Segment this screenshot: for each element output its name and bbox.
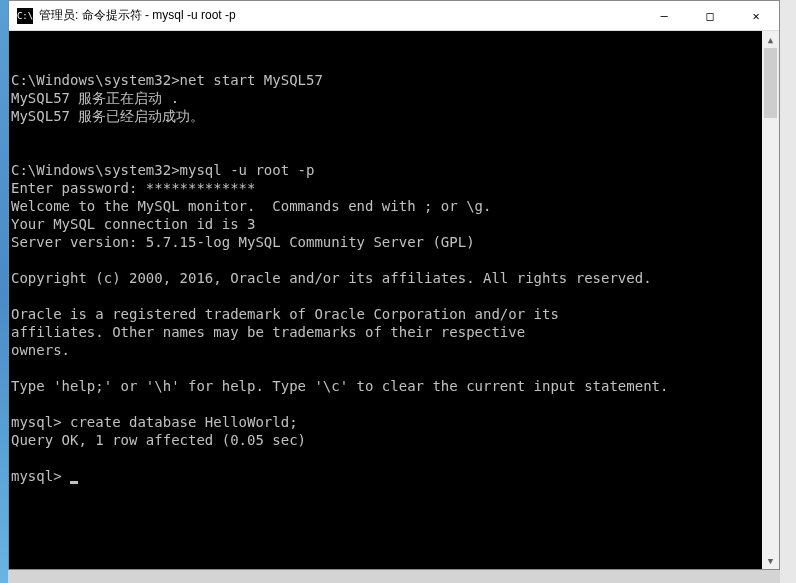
close-button[interactable]: ✕ [733,1,779,30]
window-controls: — □ ✕ [641,1,779,30]
app-icon: C:\ [17,8,33,24]
scrollbar-thumb[interactable] [764,48,777,118]
desktop-left-edge [0,0,8,583]
scrollbar-track[interactable] [762,48,779,552]
cursor [70,481,78,484]
cmd-window: C:\ 管理员: 命令提示符 - mysql -u root -p — □ ✕ … [8,0,780,570]
scroll-down-button[interactable]: ▼ [762,552,779,569]
titlebar[interactable]: C:\ 管理员: 命令提示符 - mysql -u root -p — □ ✕ [9,1,779,31]
desktop-right-edge [780,0,796,583]
maximize-button[interactable]: □ [687,1,733,30]
scroll-up-button[interactable]: ▲ [762,31,779,48]
vertical-scrollbar[interactable]: ▲ ▼ [762,31,779,569]
minimize-button[interactable]: — [641,1,687,30]
terminal-output[interactable]: C:\Windows\system32>net start MySQL57 My… [9,31,762,569]
terminal-area: C:\Windows\system32>net start MySQL57 My… [9,31,779,569]
window-title: 管理员: 命令提示符 - mysql -u root -p [39,7,641,24]
